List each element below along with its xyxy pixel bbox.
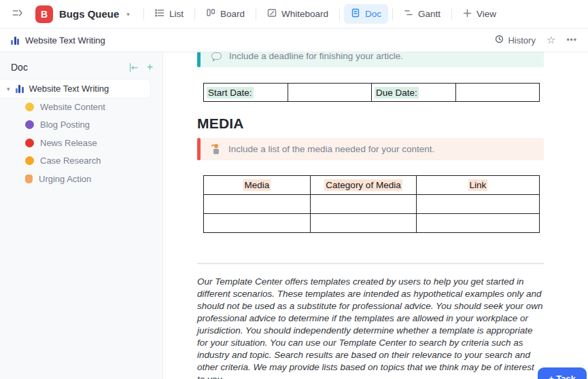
tab-gantt[interactable]: Gantt xyxy=(397,4,447,24)
doc-title-bar: Website Text Writing History ☆ ••• xyxy=(0,29,588,52)
chevron-down-icon: ▾ xyxy=(126,11,130,18)
collapse-left-icon: ← xyxy=(130,63,139,72)
due-date-value-cell[interactable] xyxy=(455,84,540,102)
deadline-callout: Include a deadline for finishing your ar… xyxy=(197,52,544,67)
tab-list[interactable]: List xyxy=(148,4,190,24)
hand-horns-emoji-icon xyxy=(25,175,33,183)
tab-whiteboard-label: Whiteboard xyxy=(281,9,328,19)
collapse-sidebar-button[interactable]: ← xyxy=(130,63,139,72)
doc-title: Website Text Writing xyxy=(25,35,105,46)
sidebar-header-title: Doc xyxy=(11,62,28,73)
purple-face-emoji-icon xyxy=(25,120,34,129)
sidebar-item-blog-posting[interactable]: Blog Posting xyxy=(0,116,162,134)
tab-board-label: Board xyxy=(220,9,245,19)
horizontal-divider xyxy=(197,263,544,264)
sidebar-item-label: Blog Posting xyxy=(40,120,90,130)
tab-divider xyxy=(339,8,340,20)
media-header-cell[interactable]: Media xyxy=(204,176,311,195)
sidebar-item-label: Website Content xyxy=(40,102,105,112)
empty-cell[interactable] xyxy=(204,195,311,214)
space-logo: B xyxy=(35,5,53,23)
tab-divider xyxy=(256,8,256,20)
empty-cell[interactable] xyxy=(417,195,540,214)
tab-board[interactable]: Board xyxy=(199,4,252,24)
table-row: Start Date: Due Date: xyxy=(204,84,540,102)
add-view-button[interactable]: View xyxy=(456,5,503,24)
category-header-label: Category of Media xyxy=(324,179,402,191)
board-icon xyxy=(206,8,215,20)
table-row xyxy=(204,195,540,214)
sidebar-item-label: Case Research xyxy=(40,156,101,166)
link-header-label: Link xyxy=(468,179,488,191)
sidebar-item-label: Website Text Writing xyxy=(29,84,109,94)
table-header-row: Media Category of Media Link xyxy=(204,176,540,195)
empty-cell[interactable] xyxy=(311,195,417,214)
sidebar-item-label: News Release xyxy=(40,138,97,148)
more-options-button[interactable]: ••• xyxy=(566,35,577,45)
media-heading: MEDIA xyxy=(197,115,544,132)
due-date-label: Due Date: xyxy=(375,87,419,98)
red-apple-emoji-icon xyxy=(25,139,34,147)
chevron-down-icon[interactable]: ▾ xyxy=(7,86,10,92)
tab-gantt-label: Gantt xyxy=(418,9,440,19)
speech-bubble-icon xyxy=(211,52,222,60)
tab-divider xyxy=(143,8,144,20)
add-task-button[interactable]: + Task xyxy=(538,367,587,379)
favorite-star-button[interactable]: ☆ xyxy=(547,34,555,46)
deadline-callout-text: Include a deadline for finishing your ar… xyxy=(229,52,403,61)
top-bar: B Bugs Queue ▾ List Board xyxy=(0,0,588,29)
whiteboard-icon xyxy=(267,8,277,20)
sidebar-expand-icon xyxy=(12,7,24,21)
doc-page: Include a deadline for finishing your ar… xyxy=(197,52,544,379)
empty-cell[interactable] xyxy=(417,214,540,233)
start-date-value-cell[interactable] xyxy=(288,84,372,102)
media-callout-text: Include a list of the media needed for y… xyxy=(228,144,434,154)
date-table: Start Date: Due Date: xyxy=(203,83,540,102)
sidebar-header: Doc ← + xyxy=(0,59,162,79)
table-row xyxy=(204,214,540,233)
callout-accent-bar xyxy=(197,138,201,160)
tab-doc-label: Doc xyxy=(365,9,381,19)
start-date-label: Start Date: xyxy=(207,87,254,98)
list-icon xyxy=(155,8,165,20)
tab-whiteboard[interactable]: Whiteboard xyxy=(260,4,335,24)
media-table: Media Category of Media Link xyxy=(203,175,540,233)
plus-icon xyxy=(463,9,472,20)
cat-face-emoji-icon xyxy=(25,103,34,111)
link-header-cell[interactable]: Link xyxy=(417,176,540,195)
hamster-face-emoji-icon xyxy=(25,156,34,165)
media-callout: Include a list of the media needed for y… xyxy=(197,138,544,160)
category-header-cell[interactable]: Category of Media xyxy=(311,176,417,195)
space-name: Bugs Queue xyxy=(59,8,119,20)
doc-icon xyxy=(351,8,360,20)
doc-sidebar: Doc ← + ▾ Website Text Writing Website C… xyxy=(0,52,163,379)
bar-chart-icon xyxy=(11,36,19,45)
sidebar-item-website-text-writing[interactable]: ▾ Website Text Writing xyxy=(0,79,150,98)
bar-chart-icon xyxy=(16,84,24,93)
sidebar-expand-button[interactable] xyxy=(8,5,27,24)
tab-divider xyxy=(392,8,393,20)
space-switcher[interactable]: B Bugs Queue ▾ xyxy=(35,5,130,23)
title-bar-actions: History ☆ ••• xyxy=(495,34,577,46)
tab-list-label: List xyxy=(169,9,184,19)
empty-cell[interactable] xyxy=(204,214,311,233)
gantt-icon xyxy=(404,8,413,20)
sidebar-item-label: Urging Action xyxy=(39,174,91,184)
start-date-cell[interactable]: Start Date: xyxy=(204,84,288,102)
tab-divider xyxy=(194,8,195,20)
app-window: B Bugs Queue ▾ List Board xyxy=(0,0,588,379)
due-date-cell[interactable]: Due Date: xyxy=(372,84,456,102)
juggler-emoji-icon xyxy=(211,144,221,154)
sidebar-item-news-release[interactable]: News Release xyxy=(0,134,162,152)
media-header-label: Media xyxy=(243,179,271,191)
add-page-button[interactable]: + xyxy=(147,62,153,73)
sidebar-item-website-content[interactable]: Website Content xyxy=(0,98,162,116)
empty-cell[interactable] xyxy=(311,214,417,233)
add-view-label: View xyxy=(477,9,496,19)
history-label: History xyxy=(508,35,535,46)
sidebar-item-case-research[interactable]: Case Research xyxy=(0,152,162,170)
history-button[interactable]: History xyxy=(495,35,535,46)
tab-doc[interactable]: Doc xyxy=(344,4,388,24)
template-disclaimer-text: Our Template Center offers templates cre… xyxy=(197,276,544,379)
sidebar-item-urging-action[interactable]: Urging Action xyxy=(0,170,162,188)
